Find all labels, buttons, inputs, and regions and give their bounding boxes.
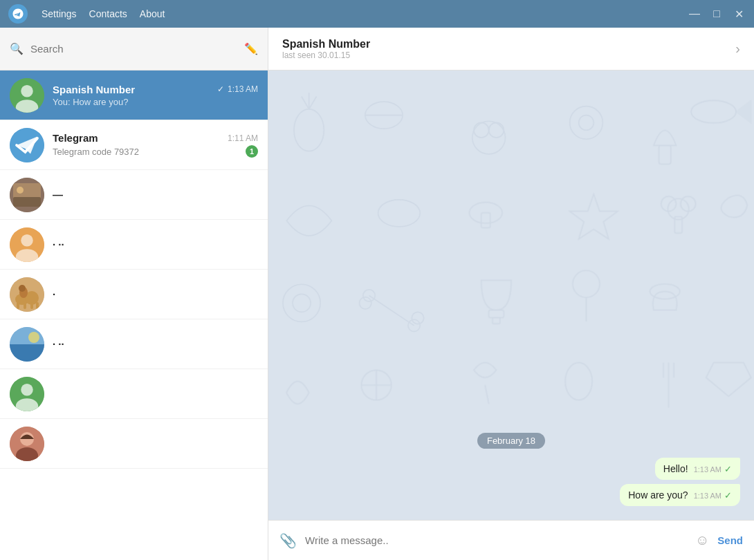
svg-point-6 (17, 187, 24, 194)
chat-content: Spanish Number ✓ 1:13 AM You: How are yo… (53, 84, 258, 107)
chat-name: Spanish Number (53, 84, 135, 95)
chat-content: · (53, 288, 258, 300)
chat-preview: Telegram code 79372 (53, 147, 139, 157)
chat-name: · (53, 288, 55, 300)
svg-rect-19 (36, 302, 39, 309)
chat-name: · ·· (53, 239, 64, 250)
avatar (10, 78, 44, 113)
message-meta: 1:13 AM ✓ (694, 464, 732, 474)
svg-point-42 (691, 100, 736, 123)
message-bubble-2: How are you? 1:13 AM ✓ (620, 484, 740, 506)
close-button[interactable]: ✕ (732, 8, 746, 21)
svg-point-51 (283, 284, 320, 321)
svg-line-53 (369, 295, 414, 325)
chat-item-spanish-number[interactable]: Spanish Number ✓ 1:13 AM You: How are yo… (0, 71, 268, 120)
check-icon: ✓ (724, 490, 732, 501)
date-divider: February 18 (282, 434, 740, 447)
svg-rect-41 (659, 145, 670, 164)
compose-icon[interactable]: ✏️ (244, 42, 258, 55)
chat-header: Spanish Number ✓ 1:13 AM (53, 84, 258, 95)
svg-rect-59 (493, 318, 500, 324)
avatar (10, 178, 44, 212)
unread-badge: 1 (246, 145, 258, 158)
message-time: 1:13 AM (694, 492, 721, 500)
chat-header: · (53, 288, 258, 300)
chat-item-telegram[interactable]: Telegram 1:11 AM Telegram code 79372 1 (0, 120, 268, 170)
avatar (10, 427, 44, 461)
chat-header: · ·· (53, 239, 258, 250)
sidebar: 🔍 ✏️ Spanish Number (0, 28, 268, 560)
avatar (10, 377, 44, 411)
svg-point-55 (359, 297, 371, 308)
search-icon: 🔍 (10, 42, 24, 55)
svg-point-54 (363, 289, 375, 301)
titlebar: Settings Contacts About — □ ✕ (0, 0, 754, 28)
svg-rect-17 (24, 301, 26, 309)
chat-content: · ·· (53, 239, 258, 250)
svg-point-60 (573, 270, 600, 297)
chat-header: · ·· (53, 338, 258, 350)
chat-content: Telegram 1:11 AM Telegram code 79372 1 (53, 132, 258, 158)
svg-point-37 (474, 123, 489, 138)
messages-area: February 18 Hello! 1:13 AM ✓ How are you… (268, 71, 754, 520)
chat-item-6[interactable]: · ·· (0, 319, 268, 369)
chat-header: — (53, 189, 258, 200)
message-input[interactable] (305, 534, 687, 546)
svg-point-52 (293, 294, 311, 312)
svg-point-43 (378, 199, 420, 226)
svg-line-66 (485, 385, 488, 404)
avatar (10, 128, 44, 162)
chat-time: ✓ 1:13 AM (217, 84, 258, 94)
menu-about[interactable]: About (140, 8, 165, 19)
svg-rect-18 (30, 302, 33, 309)
svg-point-39 (570, 106, 603, 140)
menu-contacts[interactable]: Contacts (89, 8, 127, 19)
search-bar: 🔍 ✏️ (0, 28, 268, 71)
avatar (10, 227, 44, 262)
send-button[interactable]: Send (717, 534, 743, 546)
svg-marker-71 (706, 363, 751, 397)
svg-rect-7 (13, 197, 41, 207)
attach-icon[interactable]: 📎 (279, 532, 297, 549)
emoji-icon[interactable]: ☺ (695, 532, 709, 548)
messages-content: February 18 Hello! 1:13 AM ✓ How are you… (282, 427, 740, 506)
chat-panel: Spanish Number last seen 30.01.15 › (268, 28, 754, 560)
svg-rect-16 (17, 301, 19, 309)
svg-point-25 (21, 384, 33, 396)
chat-item-8[interactable] (0, 419, 268, 469)
main-layout: 🔍 ✏️ Spanish Number (0, 28, 754, 560)
svg-point-57 (412, 312, 423, 324)
chat-header: Telegram 1:11 AM (53, 132, 258, 144)
chat-content: — (53, 189, 258, 200)
chat-name: Telegram (53, 132, 98, 144)
avatar (10, 277, 44, 312)
svg-rect-44 (481, 213, 490, 228)
message-text: Hello! (663, 463, 688, 474)
input-area: 📎 ☺ Send (268, 520, 754, 560)
chat-item-4[interactable]: · ·· (0, 220, 268, 270)
window-controls: — □ ✕ (688, 8, 746, 21)
chat-info-button[interactable]: › (735, 41, 740, 57)
chat-preview-row: You: How are you? (53, 97, 258, 107)
maximize-button[interactable]: □ (710, 8, 724, 21)
chat-item-5[interactable]: · (0, 270, 268, 319)
chat-name: — (53, 189, 63, 200)
chat-list: Spanish Number ✓ 1:13 AM You: How are yo… (0, 71, 268, 560)
svg-point-40 (579, 115, 594, 131)
menu-settings[interactable]: Settings (42, 8, 77, 19)
svg-point-49 (661, 196, 677, 212)
avatar (10, 327, 44, 362)
minimize-button[interactable]: — (688, 8, 701, 21)
chat-time: 1:11 AM (228, 133, 258, 143)
svg-line-33 (309, 97, 317, 109)
search-input[interactable] (30, 43, 237, 55)
svg-point-30 (294, 109, 324, 151)
chat-name: · ·· (53, 338, 64, 350)
svg-rect-22 (10, 344, 44, 362)
chat-item-3[interactable]: — (0, 170, 268, 220)
svg-rect-58 (489, 310, 504, 318)
menu-bar: Settings Contacts About (42, 8, 674, 19)
app-logo (8, 4, 28, 24)
message-time: 1:13 AM (694, 465, 721, 474)
chat-item-7[interactable] (0, 369, 268, 419)
